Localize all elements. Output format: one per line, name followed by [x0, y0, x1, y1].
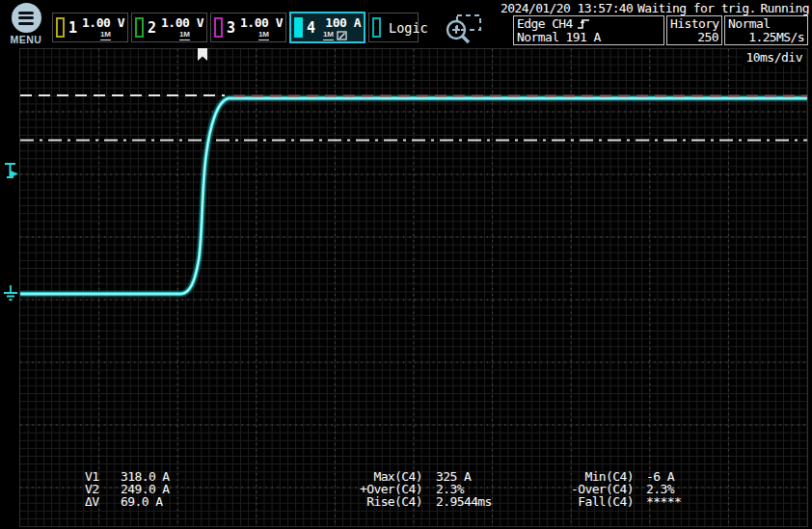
current-probe-icon — [337, 31, 347, 40]
ground-level-marker[interactable] — [2, 285, 19, 308]
measurement-row: Rise(C4) 2.9544ms — [355, 495, 492, 508]
run-status: Running — [760, 1, 809, 15]
impedance-1M-icon: 1M — [179, 31, 190, 40]
channel-2-number: 2 — [148, 19, 156, 37]
trigger-mode-level: Normal 191 A — [517, 31, 661, 44]
measurement-value: ***** — [646, 495, 681, 508]
measurement-value: 2.9544ms — [436, 495, 492, 508]
logic-label: Logic — [389, 20, 428, 36]
logic-color-bar — [372, 17, 381, 38]
channel-3-scale: 1.00 V — [240, 15, 283, 30]
acquisition-mode: Normal — [728, 16, 804, 31]
ch4-waveform-core — [20, 98, 807, 294]
channel-3-number: 3 — [227, 19, 235, 37]
oscilloscope-screen: MENU 1 1.00 V 1M 2 1.00 V 1M 3 1.00 V 1M — [0, 0, 812, 529]
trigger-settings-box[interactable]: Edge CH4 Normal 191 A — [513, 15, 664, 45]
top-bar: MENU 1 1.00 V 1M 2 1.00 V 1M 3 1.00 V 1M — [0, 0, 812, 48]
channel-2-button[interactable]: 2 1.00 V 1M — [131, 13, 207, 42]
history-box[interactable]: History 250 — [666, 15, 722, 45]
status-line: 2024/01/20 13:57:40 Waiting for trig. Ru… — [501, 1, 809, 15]
magnifier-zoom-icon — [442, 13, 484, 44]
waveform-layer — [20, 49, 807, 526]
menu-button[interactable]: MENU — [7, 3, 45, 45]
measurement-row: ΔV 69.0 A — [85, 495, 170, 508]
acquisition-box[interactable]: Normal 1.25MS/s — [724, 15, 808, 45]
zoom-search-button[interactable] — [442, 13, 484, 48]
waveform-display-area[interactable]: 10ms/div — [19, 48, 808, 527]
hamburger-menu-icon — [12, 3, 41, 33]
ch4-waveform-trace[interactable] — [20, 98, 807, 294]
menu-label: MENU — [7, 34, 45, 45]
channel-1-button[interactable]: 1 1.00 V 1M — [52, 13, 128, 42]
rising-edge-icon — [577, 18, 590, 30]
history-label: History — [670, 16, 718, 31]
channel-2-scale: 1.00 V — [161, 15, 203, 30]
sample-rate: 1.25MS/s — [728, 31, 804, 44]
trigger-level-marker[interactable] — [3, 162, 20, 183]
channel-1-color-bar — [56, 17, 65, 38]
channel-2-color-bar — [135, 17, 144, 38]
channel-4-color-bar — [294, 17, 303, 38]
channel-4-button-selected[interactable]: 4 100 A 1M — [289, 12, 365, 43]
measurement-label: ΔV — [85, 495, 114, 508]
channel-4-scale: 100 A — [325, 15, 361, 30]
impedance-1M-icon: 1M — [258, 31, 269, 40]
trigger-status: Waiting for trig. — [637, 1, 756, 15]
timebase-label: 10ms/div — [743, 49, 805, 66]
trigger-position-marker[interactable] — [197, 47, 208, 66]
measurement-value: 69.0 A — [121, 495, 162, 508]
auto-measurements-col2: Max(C4) 325 A +Over(C4) 2.3% Rise(C4) 2.… — [355, 470, 492, 508]
cursor-measurements: V1 318.0 A V2 249.0 A ΔV 69.0 A — [85, 470, 170, 508]
trigger-type: Edge CH4 — [517, 17, 573, 31]
ch4-waveform-glow — [20, 98, 807, 294]
logic-channel-button[interactable]: Logic — [368, 13, 419, 42]
channel-1-scale: 1.00 V — [82, 15, 124, 30]
datetime: 2024/01/20 13:57:40 — [501, 1, 633, 15]
measurement-label: Fall(C4) — [556, 495, 634, 508]
channel-4-number: 4 — [307, 19, 315, 37]
impedance-1M-icon: 1M — [323, 31, 334, 40]
impedance-1M-icon: 1M — [100, 31, 111, 40]
channel-3-button[interactable]: 3 1.00 V 1M — [210, 13, 286, 42]
measurement-row: Fall(C4) ***** — [556, 495, 681, 508]
auto-measurements-col3: Min(C4) -6 A -Over(C4) 2.3% Fall(C4) ***… — [556, 470, 681, 508]
channel-3-color-bar — [214, 17, 223, 38]
channel-1-number: 1 — [68, 19, 77, 37]
measurement-label: Rise(C4) — [355, 495, 422, 508]
history-count: 250 — [670, 31, 718, 44]
